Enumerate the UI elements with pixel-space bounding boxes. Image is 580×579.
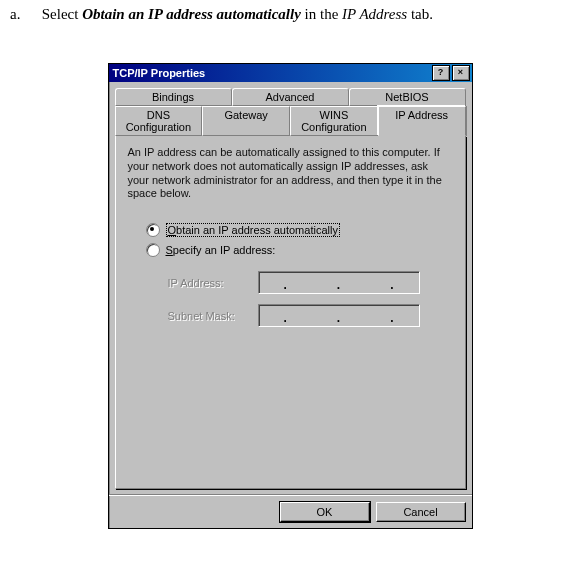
tab-panel: An IP address can be automatically assig… bbox=[115, 136, 466, 489]
tab-dns-configuration[interactable]: DNS Configuration bbox=[115, 106, 203, 136]
instruction-italic: IP Address bbox=[342, 6, 407, 22]
radio-obtain-auto-label: Obtain an IP address automatically bbox=[166, 223, 340, 237]
help-button[interactable]: ? bbox=[432, 65, 450, 81]
titlebar: TCP/IP Properties ? × bbox=[109, 64, 472, 82]
instruction-prefix: Select bbox=[42, 6, 82, 22]
tab-row-2: DNS Configuration Gateway WINS Configura… bbox=[115, 106, 466, 136]
radio-specify-label: Specify an IP address: bbox=[166, 244, 276, 256]
tabs-container: Bindings Advanced NetBIOS DNS Configurat… bbox=[115, 88, 466, 136]
radio-circle-icon bbox=[146, 243, 160, 257]
cancel-button[interactable]: Cancel bbox=[376, 502, 466, 522]
tab-ip-address[interactable]: IP Address bbox=[378, 106, 466, 136]
instruction-bold: Obtain an IP address automatically bbox=[82, 6, 301, 22]
tab-wins-configuration[interactable]: WINS Configuration bbox=[290, 106, 378, 136]
dialog-footer: OK Cancel bbox=[109, 495, 472, 528]
panel-description: An IP address can be automatically assig… bbox=[128, 146, 453, 201]
screenshot-wrapper: TCP/IP Properties ? × Bindings Advanced … bbox=[108, 63, 473, 529]
window-title: TCP/IP Properties bbox=[113, 67, 430, 79]
dialog-window: TCP/IP Properties ? × Bindings Advanced … bbox=[108, 63, 473, 529]
ip-fields-group: IP Address: ... Subnet Mask: ... bbox=[168, 271, 453, 327]
tab-bindings[interactable]: Bindings bbox=[115, 88, 232, 106]
ip-address-row: IP Address: ... bbox=[168, 271, 453, 294]
instruction-marker: a. bbox=[10, 6, 38, 23]
ok-button[interactable]: OK bbox=[280, 502, 370, 522]
radio-circle-icon bbox=[146, 223, 160, 237]
subnet-mask-row: Subnet Mask: ... bbox=[168, 304, 453, 327]
instruction-line: a. Select Obtain an IP address automatic… bbox=[0, 0, 580, 23]
instruction-mid: in the bbox=[301, 6, 342, 22]
subnet-mask-input[interactable]: ... bbox=[258, 304, 420, 327]
tab-gateway[interactable]: Gateway bbox=[202, 106, 290, 136]
radio-specify[interactable]: Specify an IP address: bbox=[146, 243, 453, 257]
instruction-suffix: tab. bbox=[407, 6, 433, 22]
close-button[interactable]: × bbox=[452, 65, 470, 81]
tab-advanced[interactable]: Advanced bbox=[232, 88, 349, 106]
ip-address-input[interactable]: ... bbox=[258, 271, 420, 294]
subnet-mask-label: Subnet Mask: bbox=[168, 310, 258, 322]
ip-address-label: IP Address: bbox=[168, 277, 258, 289]
tab-netbios[interactable]: NetBIOS bbox=[349, 88, 466, 106]
tab-row-1: Bindings Advanced NetBIOS bbox=[115, 88, 466, 106]
radio-obtain-auto[interactable]: Obtain an IP address automatically bbox=[146, 223, 453, 237]
